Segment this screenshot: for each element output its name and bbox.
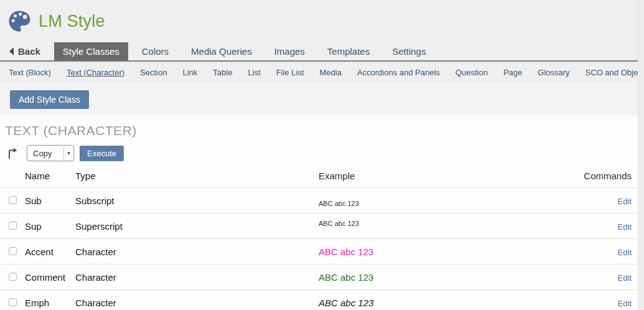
bulk-action-toolbar: Copy ▼ Execute: [0, 142, 644, 164]
subnav-media[interactable]: Media: [319, 68, 341, 77]
style-name: Accent: [25, 247, 75, 257]
row-checkbox[interactable]: [9, 196, 17, 204]
subnav-list[interactable]: List: [248, 68, 260, 77]
tab-label: Templates: [327, 46, 370, 57]
style-name: Sub: [25, 195, 75, 206]
back-button[interactable]: Back: [0, 42, 49, 60]
style-example: ABC abc 123: [319, 247, 373, 257]
edit-link[interactable]: Edit: [618, 248, 632, 257]
tab-label: Style Classes: [63, 46, 119, 57]
tab-bar: Back Style Classes Colors Media Queries …: [0, 42, 638, 62]
tab-media-queries[interactable]: Media Queries: [182, 42, 261, 60]
subnav-text-block[interactable]: Text (Block): [9, 68, 51, 77]
bulk-action-select[interactable]: Copy ▼: [27, 145, 74, 161]
branch-arrow-icon: [7, 148, 18, 159]
row-checkbox[interactable]: [9, 273, 17, 281]
edit-link[interactable]: Edit: [618, 273, 632, 283]
style-type: Character: [75, 272, 319, 283]
tab-settings[interactable]: Settings: [383, 42, 434, 60]
subnav-text-character[interactable]: Text (Character): [67, 68, 124, 77]
style-example: ABC abc 123: [319, 220, 359, 227]
edit-link[interactable]: Edit: [618, 222, 632, 232]
tab-templates[interactable]: Templates: [319, 42, 378, 60]
tab-style-classes[interactable]: Style Classes: [54, 42, 128, 60]
edit-link[interactable]: Edit: [618, 197, 632, 206]
column-header-type: Type: [75, 171, 319, 181]
app-header: LM Style: [0, 0, 644, 42]
tab-label: Settings: [392, 46, 426, 57]
subnav-table[interactable]: Table: [213, 68, 232, 77]
row-checkbox[interactable]: [9, 247, 17, 255]
column-header-example: Example: [319, 171, 572, 181]
subnav-accordions-and-panels[interactable]: Accordions and Panels: [357, 68, 440, 77]
tab-label: Media Queries: [191, 46, 252, 57]
select-dropdown-arrow-icon: ▼: [63, 147, 73, 159]
bulk-action-selected-value: Copy: [27, 149, 63, 158]
table-row-sup: Sup Superscript ABC abc 123 Edit: [0, 213, 638, 238]
page-title: LM Style: [39, 12, 105, 31]
table-row-sub: Sub Subscript ABC abc 123 Edit: [0, 187, 638, 213]
subnav-file-list[interactable]: File List: [276, 68, 304, 77]
section-heading: TEXT (CHARACTER): [5, 123, 644, 138]
tab-colors[interactable]: Colors: [133, 42, 177, 60]
style-example: ABC abc 123: [319, 298, 373, 308]
subnav-section[interactable]: Section: [140, 68, 167, 77]
column-header-commands: Commands: [572, 171, 632, 181]
subnav-link[interactable]: Link: [182, 68, 197, 77]
style-name: Comment: [25, 272, 75, 283]
tab-images[interactable]: Images: [266, 42, 314, 60]
back-chevron-icon: [9, 47, 14, 55]
tab-label: Images: [274, 46, 305, 57]
style-example: ABC abc 123: [319, 272, 373, 283]
style-class-table: Name Type Example Commands Sub Subscript…: [0, 164, 638, 310]
palette-icon: [6, 8, 32, 34]
edit-link[interactable]: Edit: [618, 299, 632, 308]
style-type: Character: [75, 247, 319, 257]
table-row-accent: Accent Character ABC abc 123 Edit: [0, 238, 638, 264]
subnav-glossary[interactable]: Glossary: [538, 68, 569, 77]
tab-label: Colors: [142, 46, 169, 57]
column-header-name: Name: [25, 171, 75, 181]
row-checkbox[interactable]: [9, 222, 17, 230]
row-checkbox[interactable]: [9, 298, 17, 306]
execute-button[interactable]: Execute: [80, 146, 124, 161]
style-type: Subscript: [75, 195, 319, 206]
table-row-comment: Comment Character ABC abc 123 Edit: [0, 264, 638, 289]
back-label: Back: [18, 46, 40, 57]
style-example: ABC abc 123: [319, 200, 359, 207]
subnav-sco-and-objective[interactable]: SCO and Objective: [586, 68, 644, 77]
scrollbar-track[interactable]: [638, 0, 644, 310]
table-row-emph: Emph Character ABC abc 123 Edit: [0, 289, 638, 310]
style-class-subnav: Text (Block) Text (Character) Section Li…: [0, 62, 638, 83]
subnav-question[interactable]: Question: [455, 68, 488, 77]
style-name: Emph: [25, 298, 75, 308]
style-type: Superscript: [75, 221, 319, 232]
style-name: Sup: [25, 221, 75, 232]
add-style-class-button[interactable]: Add Style Class: [10, 90, 89, 109]
subnav-page[interactable]: Page: [503, 68, 522, 77]
style-type: Character: [75, 298, 319, 308]
table-header-row: Name Type Example Commands: [0, 164, 638, 187]
add-style-class-band: Add Style Class: [0, 83, 638, 115]
